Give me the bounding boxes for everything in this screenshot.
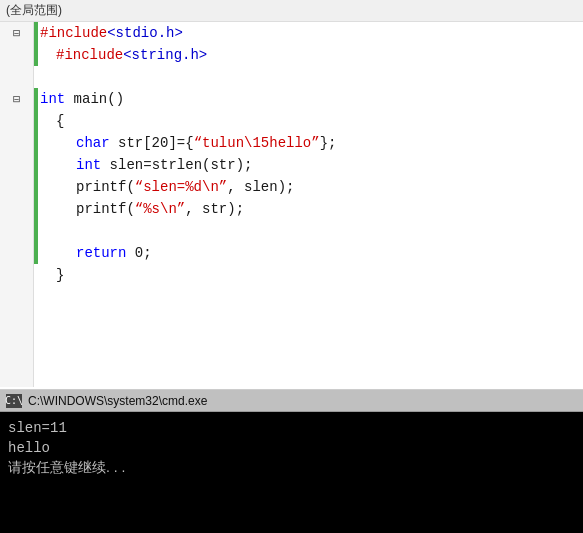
- token-close-brace: }: [56, 267, 64, 283]
- code-line-5: {: [40, 110, 583, 132]
- token-open-brace: {: [56, 113, 64, 129]
- token-int-kw2: int: [76, 157, 101, 173]
- token-include2: #include: [56, 47, 123, 63]
- terminal-body: slen=11 hello 请按任意键继续. . .: [0, 412, 583, 533]
- code-line-9: printf(“%s\n”, str);: [40, 198, 583, 220]
- gutter-row-6: [0, 132, 33, 154]
- token-int-kw: int: [40, 91, 65, 107]
- terminal-line-1: slen=11: [8, 418, 575, 438]
- terminal-title-text: C:\WINDOWS\system32\cmd.exe: [28, 394, 207, 408]
- code-line-6: char str[20]={“tulun\15hello”};: [40, 132, 583, 154]
- gutter-row-8: [0, 176, 33, 198]
- token-include1: #include: [40, 25, 107, 41]
- gutter-row-1[interactable]: ⊟: [0, 22, 33, 44]
- code-line-2: #include<string.h>: [40, 44, 583, 66]
- token-printf1-close: , slen);: [227, 179, 294, 195]
- terminal-window: C:\ C:\WINDOWS\system32\cmd.exe slen=11 …: [0, 390, 583, 533]
- token-string-h: <string.h>: [123, 47, 207, 63]
- gutter-row-10: [0, 220, 33, 242]
- token-char-kw: char: [76, 135, 110, 151]
- code-line-10: [40, 220, 583, 242]
- code-line-12: }: [40, 264, 583, 286]
- token-printf1: printf(: [76, 179, 135, 195]
- token-str-literal-1: “tulun\15hello”: [194, 135, 320, 151]
- gutter-row-11: [0, 242, 33, 264]
- token-stdio: <stdio.h>: [107, 25, 183, 41]
- token-printf2-close: , str);: [185, 201, 244, 217]
- block-indicator-includes: [34, 22, 38, 66]
- code-line-7: int slen=strlen(str);: [40, 154, 583, 176]
- cmd-icon: C:\: [6, 394, 22, 408]
- code-line-8: printf(“slen=%d\n”, slen);: [40, 176, 583, 198]
- gutter-row-12: [0, 264, 33, 286]
- code-line-11: return 0;: [40, 242, 583, 264]
- gutter-row-9: [0, 198, 33, 220]
- token-str-decl: str[20]={: [110, 135, 194, 151]
- token-return-kw: return: [76, 245, 126, 261]
- token-main: main(): [65, 91, 124, 107]
- token-fmt-str-1: “slen=%d\n”: [135, 179, 227, 195]
- code-line-4: int main(): [40, 88, 583, 110]
- token-return-val: 0;: [126, 245, 151, 261]
- scope-label: (全局范围): [0, 0, 583, 22]
- gutter-row-4[interactable]: ⊟: [0, 88, 33, 110]
- terminal-line-3: 请按任意键继续. . .: [8, 458, 575, 478]
- code-line-1: #include<stdio.h>: [40, 22, 583, 44]
- code-line-3: [40, 66, 583, 88]
- gutter-row-3: [0, 66, 33, 88]
- token-fmt-str-2: “%s\n”: [135, 201, 185, 217]
- gutter-row-2: [0, 44, 33, 66]
- token-slen-assign: slen=strlen(str);: [101, 157, 252, 173]
- block-indicator-main: [34, 88, 38, 264]
- gutter-row-5: [0, 110, 33, 132]
- token-printf2: printf(: [76, 201, 135, 217]
- terminal-titlebar[interactable]: C:\ C:\WINDOWS\system32\cmd.exe: [0, 390, 583, 412]
- gutter-row-7: [0, 154, 33, 176]
- token-str-close: };: [320, 135, 337, 151]
- gutter: ⊟ ⊟: [0, 22, 34, 387]
- terminal-line-2: hello: [8, 438, 575, 458]
- code-content[interactable]: #include<stdio.h> #include<string.h> int…: [34, 22, 583, 387]
- editor-area: (全局范围) ⊟ ⊟ #include<stdio.h>: [0, 0, 583, 390]
